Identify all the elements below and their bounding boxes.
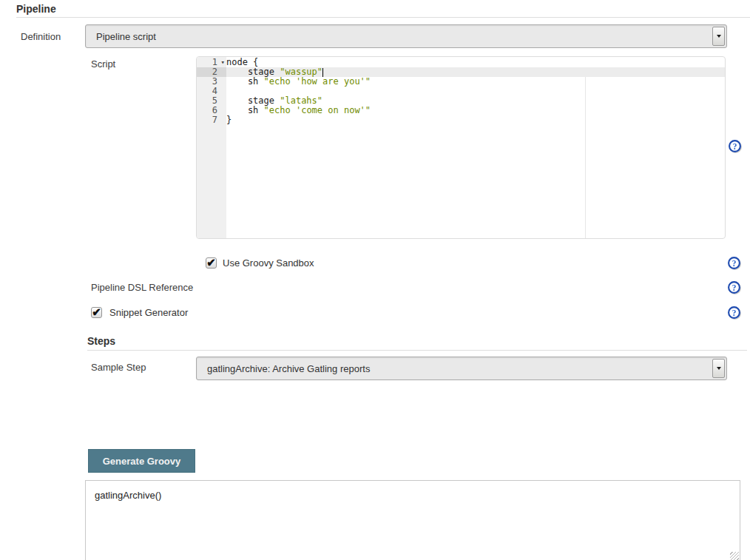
svg-text:?: ? <box>732 259 737 268</box>
code-plain-token: stage <box>226 67 280 77</box>
gutter-line-number: 7 <box>197 115 226 125</box>
generate-groovy-button[interactable]: Generate Groovy <box>88 449 195 473</box>
steps-section-title: Steps <box>87 335 750 347</box>
svg-text:?: ? <box>732 308 737 317</box>
definition-row: Definition Pipeline script <box>0 24 750 48</box>
code-plain-token: node { <box>226 57 258 67</box>
script-help-wrapper: ? <box>729 140 741 155</box>
editor-gutter: 1▾234567 <box>197 57 226 238</box>
script-editor[interactable]: 1▾234567 node { stage "wassup" sh "echo … <box>196 56 726 239</box>
sandbox-row: ✔ Use Groovy Sandbox ? <box>0 257 750 269</box>
help-icon[interactable]: ? <box>729 140 741 152</box>
svg-text:?: ? <box>733 142 737 151</box>
code-string-token: "echo 'how are you'" <box>264 76 371 87</box>
definition-label: Definition <box>21 24 85 42</box>
code-plain-token: stage <box>226 95 280 106</box>
groovy-output-textarea[interactable]: gatlingArchive() <box>85 480 740 560</box>
script-row: Script 1▾234567 node { stage "wassup" sh… <box>0 56 750 239</box>
pipeline-config-page: Pipeline Definition Pipeline script Scri… <box>0 0 750 560</box>
sample-step-label: Sample Step <box>91 357 196 373</box>
groovy-output-text: gatlingArchive() <box>95 490 161 501</box>
help-icon[interactable]: ? <box>728 306 740 319</box>
gutter-line-number: 4 <box>197 87 226 96</box>
code-string-token: "latahs" <box>280 95 322 106</box>
dsl-reference-label[interactable]: Pipeline DSL Reference <box>91 282 193 293</box>
sample-step-select-button[interactable] <box>712 359 725 378</box>
sample-step-select-value: gatlingArchive: Archive Gatling reports <box>197 363 712 374</box>
snippet-generator-label: Snippet Generator <box>109 307 188 318</box>
code-line[interactable]: } <box>226 115 725 125</box>
sample-step-select[interactable]: gatlingArchive: Archive Gatling reports <box>196 357 727 380</box>
code-plain-token: } <box>226 115 232 125</box>
code-plain-token: sh <box>226 105 264 115</box>
definition-select[interactable]: Pipeline script <box>85 24 727 48</box>
sandbox-label: Use Groovy Sandbox <box>223 257 314 269</box>
code-plain-token: sh <box>226 76 264 87</box>
snippet-generator-row: ✔ Snippet Generator ? <box>0 306 750 319</box>
code-string-token: "wassup" <box>280 67 322 77</box>
code-string-token: "echo 'come on now'" <box>264 105 371 115</box>
chevron-down-icon <box>717 367 721 370</box>
sample-step-row: Sample Step gatlingArchive: Archive Gatl… <box>0 357 750 380</box>
resize-grip-icon[interactable] <box>730 552 739 560</box>
steps-section-divider <box>87 350 747 351</box>
sandbox-checkbox[interactable]: ✔ <box>206 257 217 269</box>
editor-code[interactable]: node { stage "wassup" sh "echo 'how are … <box>226 57 725 238</box>
dsl-reference-row: Pipeline DSL Reference ? <box>0 281 750 294</box>
gutter-line-number: 1▾ <box>197 58 226 67</box>
code-line[interactable]: sh "echo 'come on now'" <box>226 106 725 115</box>
chevron-down-icon <box>717 35 721 38</box>
definition-select-button[interactable] <box>712 27 725 46</box>
help-icon[interactable]: ? <box>728 257 740 269</box>
gutter-line-number: 6 <box>197 106 226 115</box>
script-label: Script <box>91 56 196 70</box>
pipeline-section-divider <box>16 17 750 18</box>
svg-text:?: ? <box>732 283 737 292</box>
gutter-line-number: 5 <box>197 96 226 106</box>
code-line[interactable]: sh "echo 'how are you'" <box>226 77 725 87</box>
gutter-line-number: 2 <box>197 67 226 77</box>
fold-arrow-icon[interactable]: ▾ <box>221 58 225 67</box>
definition-select-value: Pipeline script <box>86 31 712 42</box>
snippet-generator-checkbox[interactable]: ✔ <box>91 307 102 318</box>
gutter-line-number: 3 <box>197 77 226 87</box>
pipeline-section-title: Pipeline <box>16 3 750 15</box>
help-icon[interactable]: ? <box>728 281 740 294</box>
